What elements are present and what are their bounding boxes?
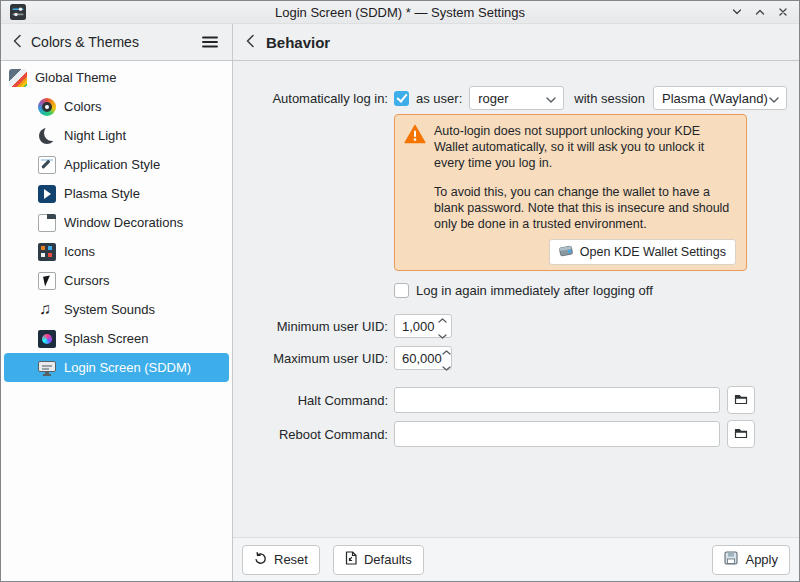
sidebar-item-window-decorations[interactable]: Window Decorations — [4, 208, 229, 237]
halt-command-row: Halt Command: — [233, 386, 799, 414]
autologin-checkbox[interactable] — [394, 91, 409, 106]
halt-command-label: Halt Command: — [233, 393, 388, 408]
defaults-button-label: Defaults — [364, 552, 412, 567]
session-select-value: Plasma (Wayland) — [662, 91, 769, 106]
sidebar-item-application-style[interactable]: Application Style — [4, 150, 229, 179]
close-icon[interactable] — [775, 5, 790, 20]
sidebar-item-login-screen[interactable]: Login Screen (SDDM) — [4, 353, 229, 382]
page-header: Behavior — [233, 24, 799, 60]
behavior-form: Automatically log in: as user: roger wit… — [233, 61, 799, 537]
with-session-label: with session — [574, 91, 645, 106]
login-screen-icon — [38, 359, 56, 377]
cursor-arrow-icon — [38, 272, 56, 290]
save-icon — [724, 551, 738, 568]
relogin-checkbox[interactable] — [394, 283, 409, 298]
icons-grid-icon — [38, 243, 56, 261]
reboot-command-label: Reboot Command: — [233, 427, 388, 442]
relogin-label[interactable]: Log in again immediately after logging o… — [416, 283, 653, 298]
wallet-button-label: Open KDE Wallet Settings — [580, 245, 726, 259]
halt-browse-button[interactable] — [727, 386, 755, 414]
sidebar-title: Colors & Themes — [31, 34, 190, 50]
spin-up-icon[interactable] — [438, 311, 447, 326]
sidebar-item-splash-screen[interactable]: Splash Screen — [4, 324, 229, 353]
halt-command-input[interactable] — [394, 387, 720, 413]
splash-screen-icon — [38, 330, 56, 348]
application-style-icon — [38, 156, 56, 174]
reset-button-label: Reset — [274, 552, 308, 567]
sidebar-item-icons[interactable]: Icons — [4, 237, 229, 266]
apply-button[interactable]: Apply — [712, 545, 790, 575]
defaults-button[interactable]: Defaults — [333, 545, 424, 575]
undo-icon — [254, 552, 267, 568]
document-revert-icon — [345, 551, 357, 568]
reset-button[interactable]: Reset — [242, 545, 320, 575]
footer-bar: Reset Defaults — [233, 537, 799, 581]
plasma-style-icon — [38, 185, 56, 203]
session-select[interactable]: Plasma (Wayland) — [653, 86, 787, 110]
wallet-icon — [559, 244, 574, 260]
sidebar-item-global-theme[interactable]: Global Theme — [4, 63, 229, 92]
warning-text: Auto-login does not support unlocking yo… — [434, 123, 736, 232]
warning-paragraph: To avoid this, you can change the wallet… — [434, 184, 736, 232]
back-icon[interactable] — [12, 33, 22, 52]
sidebar-item-cursors[interactable]: Cursors — [4, 266, 229, 295]
spin-down-icon[interactable] — [438, 327, 447, 342]
min-uid-row: Minimum user UID: 1,000 — [233, 314, 799, 338]
titlebar: Login Screen (SDDM) * — System Settings — [1, 1, 799, 24]
autologin-row: Automatically log in: as user: roger wit… — [233, 86, 799, 110]
sidebar-item-system-sounds[interactable]: System Sounds — [4, 295, 229, 324]
user-select-value: roger — [478, 91, 546, 106]
page-title: Behavior — [266, 34, 330, 51]
sidebar: Global Theme Colors Night Light Applicat… — [1, 61, 233, 581]
minimize-icon[interactable] — [729, 5, 744, 20]
reboot-browse-button[interactable] — [727, 420, 755, 448]
global-theme-icon — [9, 69, 27, 87]
maximize-icon[interactable] — [752, 5, 767, 20]
sidebar-item-plasma-style[interactable]: Plasma Style — [4, 179, 229, 208]
warning-icon — [404, 124, 426, 232]
spin-up-icon[interactable] — [442, 343, 451, 358]
music-note-icon — [38, 301, 56, 319]
apply-button-label: Apply — [745, 552, 778, 567]
reboot-command-input[interactable] — [394, 421, 720, 447]
relogin-row: Log in again immediately after logging o… — [394, 283, 799, 298]
user-select[interactable]: roger — [469, 86, 564, 110]
max-uid-spinbox[interactable]: 60,000 — [394, 346, 452, 370]
max-uid-row: Maximum user UID: 60,000 — [233, 346, 799, 370]
folder-icon — [734, 393, 748, 408]
window-title: Login Screen (SDDM) * — System Settings — [1, 5, 799, 20]
min-uid-spinbox[interactable]: 1,000 — [394, 314, 452, 338]
window-decorations-icon — [38, 214, 56, 232]
content-pane: Automatically log in: as user: roger wit… — [233, 61, 799, 581]
max-uid-label: Maximum user UID: — [233, 351, 388, 366]
warning-paragraph: Auto-login does not support unlocking yo… — [434, 123, 736, 171]
autologin-label: Automatically log in: — [233, 91, 388, 106]
chevron-down-icon — [769, 91, 779, 106]
sidebar-item-night-light[interactable]: Night Light — [4, 121, 229, 150]
kwallet-warning-message: Auto-login does not support unlocking yo… — [394, 114, 747, 271]
sidebar-header: Colors & Themes — [1, 24, 233, 60]
chevron-down-icon — [546, 91, 556, 106]
hamburger-menu-icon[interactable] — [199, 31, 221, 53]
spin-down-icon[interactable] — [442, 359, 451, 374]
system-settings-app-icon — [10, 4, 26, 20]
back-icon[interactable] — [245, 33, 255, 52]
open-kde-wallet-settings-button[interactable]: Open KDE Wallet Settings — [549, 239, 736, 265]
system-settings-window: Login Screen (SDDM) * — System Settings … — [0, 0, 800, 582]
sidebar-item-colors[interactable]: Colors — [4, 92, 229, 121]
as-user-label: as user: — [416, 91, 462, 106]
min-uid-value: 1,000 — [402, 319, 438, 334]
max-uid-value: 60,000 — [402, 351, 442, 366]
color-wheel-icon — [38, 98, 56, 116]
header: Colors & Themes Behavior — [1, 24, 799, 61]
reboot-command-row: Reboot Command: — [233, 420, 799, 448]
night-light-icon — [38, 127, 56, 145]
min-uid-label: Minimum user UID: — [233, 319, 388, 334]
folder-icon — [734, 427, 748, 442]
